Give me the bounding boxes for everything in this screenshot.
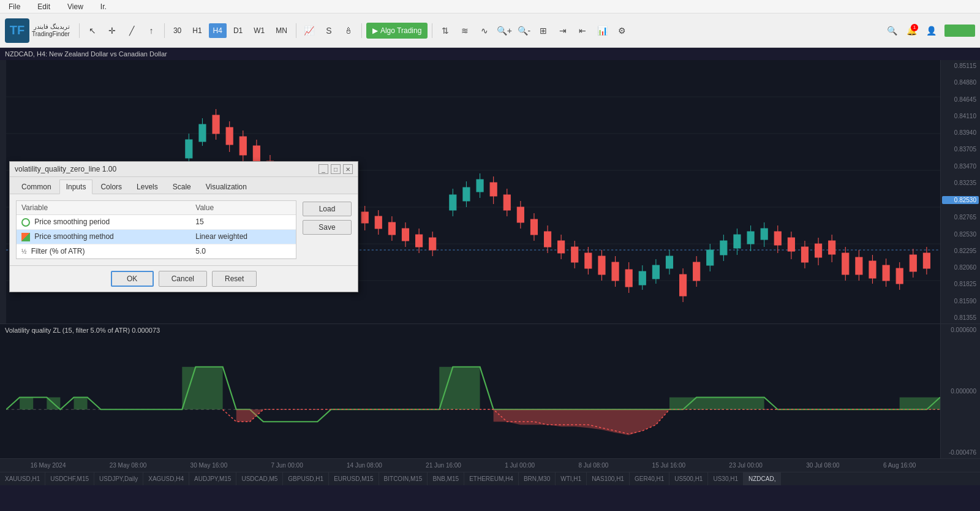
symbol-tabs[interactable]: XAUUSD,H1USDCHF,M15USDJPY,DailyXAGUSD,H4… <box>0 472 980 485</box>
save-button[interactable]: Save <box>303 220 352 235</box>
svg-text:TF: TF <box>10 23 24 37</box>
indicator-settings-dialog[interactable]: volatility_quality_zero_line 1.00 _ □ ✕ … <box>9 161 358 292</box>
table-row[interactable]: Price smoothing period 15 <box>17 215 296 230</box>
tab-scale[interactable]: Scale <box>166 180 198 194</box>
person-btn[interactable]: 👤 <box>922 22 940 39</box>
timeframe-d1-btn[interactable]: D1 <box>229 23 247 38</box>
row3-value[interactable]: 5.0 <box>190 244 296 258</box>
dialog-maximize-btn[interactable]: □ <box>331 164 341 174</box>
bar-chart-btn[interactable]: S <box>320 22 337 39</box>
tab-inputs[interactable]: Inputs <box>59 180 93 194</box>
zoom-in-btn[interactable]: 🔍+ <box>496 22 513 39</box>
zoom-out-btn[interactable]: 🔍- <box>515 22 532 39</box>
row2-value[interactable]: Linear weighted <box>190 229 296 244</box>
timeframe-w1-btn[interactable]: W1 <box>249 23 269 38</box>
cursor-tool-btn[interactable]: ↖ <box>84 22 101 39</box>
ok-button[interactable]: OK <box>111 271 154 287</box>
line-tool-btn[interactable]: ╱ <box>123 22 140 39</box>
symbol-tab-5[interactable]: USDCAD,M5 <box>236 472 283 485</box>
circle-icon <box>21 218 30 227</box>
symbol-tab-6[interactable]: GBPUSD,H1 <box>283 472 329 485</box>
symbol-tab-16[interactable]: US30,H1 <box>708 472 744 485</box>
price-level-8: 0.83235 <box>942 180 979 186</box>
time-label-9: 15 Jul 16:00 <box>652 462 686 469</box>
symbol-tab-9[interactable]: BNB,M15 <box>428 472 464 485</box>
row1-variable: Price smoothing period <box>17 215 190 230</box>
sort-btn[interactable]: ⇅ <box>437 22 454 39</box>
table-row[interactable]: Price smoothing method Linear weighted <box>17 229 296 244</box>
svg-rect-120 <box>788 238 794 251</box>
table-row[interactable]: ½ Filter (% of ATR) 5.0 <box>17 244 296 258</box>
settings-btn[interactable]: ⚙ <box>613 22 630 39</box>
svg-rect-104 <box>680 274 687 296</box>
symbol-tab-11[interactable]: BRN,M30 <box>519 472 556 485</box>
symbol-tab-3[interactable]: XAGUSD,H4 <box>143 472 189 485</box>
symbol-tab-2[interactable]: USDJPY,Daily <box>94 472 143 485</box>
reset-button[interactable]: Reset <box>212 271 257 287</box>
symbol-tab-17[interactable]: NZDCAD, <box>744 472 781 485</box>
status-indicator <box>944 25 975 37</box>
symbol-tab-8[interactable]: BITCOIN,M15 <box>379 472 428 485</box>
dialog-side-buttons: Load Save <box>303 200 352 259</box>
dialog-close-btn[interactable]: ✕ <box>343 164 353 174</box>
scroll-btn[interactable]: ⇤ <box>574 22 591 39</box>
menu-view[interactable]: View <box>64 1 87 12</box>
wave-btn[interactable]: ∿ <box>476 22 493 39</box>
price-level-14: 0.81825 <box>942 281 979 287</box>
time-label-3: 30 May 16:00 <box>190 462 228 469</box>
params-table-wrapper: Variable Value Price smoothing period 15 <box>16 200 296 259</box>
grid-btn[interactable]: ⊞ <box>535 22 552 39</box>
cancel-button[interactable]: Cancel <box>159 271 207 287</box>
tab-colors[interactable]: Colors <box>94 180 129 194</box>
col-value: Value <box>190 201 296 215</box>
menu-edit[interactable]: Edit <box>34 1 54 12</box>
price-level-12: 0.82295 <box>942 248 979 254</box>
symbol-tab-14[interactable]: GER40,H1 <box>630 472 669 485</box>
time-label-10: 23 Jul 00:00 <box>729 462 763 469</box>
crosshair-tool-btn[interactable]: ✛ <box>104 22 121 39</box>
load-button[interactable]: Load <box>303 202 352 216</box>
algo-trading-btn[interactable]: ▶ Algo Trading <box>366 23 428 39</box>
volume-btn[interactable]: ≋ <box>456 22 473 39</box>
svg-rect-60 <box>375 216 382 229</box>
symbol-tab-13[interactable]: NAS100,H1 <box>587 472 630 485</box>
notification-btn[interactable]: 🔔 1 <box>903 22 920 39</box>
dialog-titlebar[interactable]: volatility_quality_zero_line 1.00 _ □ ✕ <box>10 162 358 177</box>
tab-common[interactable]: Common <box>15 180 58 194</box>
symbol-tab-4[interactable]: AUDJPY,M15 <box>189 472 236 485</box>
tab-levels[interactable]: Levels <box>130 180 165 194</box>
search-btn[interactable]: 🔍 <box>883 22 900 39</box>
svg-rect-114 <box>747 232 754 244</box>
svg-rect-40 <box>239 137 246 155</box>
time-label-4: 7 Jun 00:00 <box>271 462 303 469</box>
menu-ir[interactable]: Ir. <box>97 1 110 12</box>
symbol-tab-15[interactable]: US500,H1 <box>669 472 708 485</box>
tab-visualization[interactable]: Visualization <box>199 180 254 194</box>
symbol-tab-7[interactable]: EURUSD,M15 <box>329 472 379 485</box>
main-area: NZDCAD, H4: New Zealand Dollar vs Canadi… <box>0 48 980 511</box>
timeframe-h4-btn[interactable]: H4 <box>209 23 227 38</box>
svg-rect-122 <box>801 247 808 262</box>
symbol-tab-0[interactable]: XAUUSD,H1 <box>0 472 45 485</box>
svg-rect-136 <box>896 268 903 284</box>
svg-marker-147 <box>669 397 764 409</box>
timeframe-mn-btn[interactable]: MN <box>271 23 292 38</box>
svg-marker-149 <box>236 409 263 422</box>
sep-3 <box>296 23 296 38</box>
arrow-tool-btn[interactable]: ↑ <box>143 22 160 39</box>
timeframe-h1-btn[interactable]: H1 <box>188 23 206 38</box>
scroll-right-btn[interactable]: ⇥ <box>554 22 571 39</box>
dialog-minimize-btn[interactable]: _ <box>318 164 328 174</box>
menu-file[interactable]: File <box>5 1 24 12</box>
svg-rect-84 <box>545 232 551 247</box>
timeframe-30-btn[interactable]: 30 <box>169 23 186 38</box>
price-level-15: 0.81590 <box>942 298 979 305</box>
indicator-btn[interactable]: 📊 <box>594 22 611 39</box>
candle-chart-btn[interactable]: 🕯 <box>340 22 357 39</box>
symbol-tab-10[interactable]: ETHEREUM,H4 <box>464 472 519 485</box>
line-chart-btn[interactable]: 📈 <box>301 22 318 39</box>
symbol-tab-1[interactable]: USDCHF,M15 <box>45 472 94 485</box>
svg-rect-110 <box>720 241 727 255</box>
symbol-tab-12[interactable]: WTI,H1 <box>556 472 587 485</box>
row1-value[interactable]: 15 <box>190 215 296 230</box>
